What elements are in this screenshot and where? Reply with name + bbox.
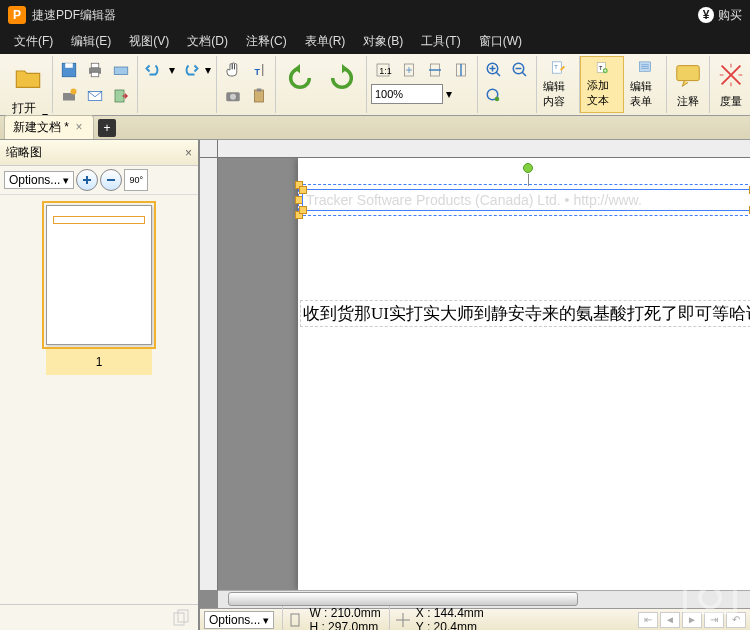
app-title: 捷速PDF编辑器 bbox=[32, 7, 698, 24]
scrollbar-thumb[interactable] bbox=[228, 592, 578, 606]
title-bar: P 捷速PDF编辑器 ¥ 购买 bbox=[0, 0, 750, 30]
undo-dropdown[interactable]: ▾ bbox=[168, 63, 176, 77]
body-text[interactable]: 收到货那UI实打实大师到静安寺来的氨基酸打死了即可等哈说 bbox=[300, 300, 750, 327]
thumbnails-panel: 缩略图 × Options... ▾ 90° 1 bbox=[0, 140, 200, 630]
document-tab-bar: 新建文档 * × + bbox=[0, 116, 750, 140]
quick-print-button[interactable] bbox=[57, 84, 81, 108]
redo-dropdown[interactable]: ▾ bbox=[204, 63, 212, 77]
nav-back-button[interactable]: ↶ bbox=[726, 612, 746, 628]
prev-page-button[interactable]: ◄ bbox=[660, 612, 680, 628]
export-button[interactable] bbox=[109, 84, 133, 108]
save-button[interactable] bbox=[57, 58, 81, 82]
watermark-text: Tracker Software Products (Canada) Ltd. … bbox=[306, 192, 642, 208]
thumb-zoom-out-button[interactable] bbox=[100, 169, 122, 191]
width-value: 210.0mm bbox=[331, 606, 381, 620]
document-tab[interactable]: 新建文档 * × bbox=[4, 115, 94, 139]
svg-rect-1 bbox=[65, 63, 73, 68]
height-label: H : bbox=[309, 620, 324, 631]
vertical-ruler[interactable] bbox=[200, 158, 218, 590]
thumbnail-page-number: 1 bbox=[46, 349, 152, 375]
status-options-button[interactable]: Options... ▾ bbox=[204, 611, 274, 629]
menu-edit[interactable]: 编辑(E) bbox=[63, 30, 119, 54]
document-page[interactable]: Tracker Software Products (Canada) Ltd. … bbox=[298, 158, 750, 590]
menu-document[interactable]: 文档(D) bbox=[179, 30, 236, 54]
first-page-button[interactable]: ⇤ bbox=[638, 612, 658, 628]
svg-point-13 bbox=[230, 94, 236, 100]
thumb-zoom-in-button[interactable] bbox=[76, 169, 98, 191]
add-text-label: 添加文本 bbox=[587, 78, 617, 108]
fit-page-button[interactable] bbox=[397, 58, 421, 82]
svg-text:T: T bbox=[255, 67, 261, 77]
text-select-tool[interactable]: T bbox=[247, 58, 271, 82]
add-text-button[interactable]: T 添加文本 bbox=[580, 56, 624, 113]
svg-rect-14 bbox=[255, 90, 264, 102]
svg-rect-34 bbox=[677, 66, 700, 81]
toolbar: 打开(O)...▾ ▾ ▾ T bbox=[0, 54, 750, 116]
menu-bar: 文件(F) 编辑(E) 视图(V) 文档(D) 注释(C) 表单(R) 对象(B… bbox=[0, 30, 750, 54]
redo-button[interactable] bbox=[178, 58, 202, 82]
zoom-out-button[interactable] bbox=[508, 58, 532, 82]
svg-rect-15 bbox=[257, 89, 262, 92]
svg-rect-5 bbox=[114, 67, 128, 75]
snapshot-tool[interactable] bbox=[221, 84, 245, 108]
menu-comment[interactable]: 注释(C) bbox=[238, 30, 295, 54]
pages-icon bbox=[172, 609, 192, 627]
next-page-button[interactable]: ► bbox=[682, 612, 702, 628]
zoom-input[interactable] bbox=[371, 84, 443, 104]
panel-title: 缩略图 bbox=[6, 144, 42, 161]
annotate-label: 注释 bbox=[677, 94, 699, 109]
page-thumbnail[interactable]: 1 bbox=[46, 205, 152, 375]
svg-point-7 bbox=[71, 89, 77, 95]
fit-visible-button[interactable] bbox=[449, 58, 473, 82]
zoom-dropdown[interactable]: ▾ bbox=[445, 87, 453, 101]
svg-rect-37 bbox=[291, 614, 299, 626]
x-value: 144.4mm bbox=[434, 606, 484, 620]
last-page-button[interactable]: ⇥ bbox=[704, 612, 724, 628]
svg-rect-36 bbox=[178, 610, 188, 622]
rotate-cw-button[interactable] bbox=[322, 58, 362, 98]
menu-tool[interactable]: 工具(T) bbox=[413, 30, 468, 54]
edit-form-button[interactable]: 编辑表单 bbox=[624, 56, 667, 113]
menu-view[interactable]: 视图(V) bbox=[121, 30, 177, 54]
yen-icon: ¥ bbox=[698, 7, 714, 23]
panel-close-icon[interactable]: × bbox=[185, 146, 192, 160]
panel-footer bbox=[0, 604, 198, 630]
menu-form[interactable]: 表单(R) bbox=[297, 30, 354, 54]
annotate-button[interactable]: 注释 bbox=[667, 56, 710, 113]
hand-tool[interactable] bbox=[221, 58, 245, 82]
loupe-button[interactable] bbox=[482, 84, 506, 108]
print-button[interactable] bbox=[83, 58, 107, 82]
thumb-rotate-button[interactable]: 90° bbox=[124, 169, 148, 191]
fit-width-button[interactable] bbox=[423, 58, 447, 82]
rotate-handle[interactable] bbox=[523, 163, 533, 173]
menu-window[interactable]: 窗口(W) bbox=[471, 30, 530, 54]
edit-content-button[interactable]: T 编辑内容 bbox=[537, 56, 580, 113]
measure-button[interactable]: 度量 bbox=[710, 56, 750, 113]
undo-button[interactable] bbox=[142, 58, 166, 82]
app-logo-icon: P bbox=[8, 6, 26, 24]
clipboard-button[interactable] bbox=[247, 84, 271, 108]
y-label: Y : bbox=[416, 620, 430, 631]
measure-label: 度量 bbox=[720, 94, 742, 109]
svg-point-24 bbox=[495, 97, 500, 102]
svg-rect-35 bbox=[174, 613, 184, 625]
email-button[interactable] bbox=[83, 84, 107, 108]
new-tab-button[interactable]: + bbox=[98, 119, 116, 137]
ruler-corner bbox=[200, 140, 218, 158]
scan-button[interactable] bbox=[109, 58, 133, 82]
rotate-ccw-button[interactable] bbox=[280, 58, 320, 98]
cursor-pos-icon bbox=[396, 613, 410, 627]
actual-size-button[interactable]: 1:1 bbox=[371, 58, 395, 82]
tab-close-icon[interactable]: × bbox=[73, 122, 85, 134]
zoom-in-button[interactable] bbox=[482, 58, 506, 82]
svg-text:T: T bbox=[554, 64, 558, 70]
svg-text:T: T bbox=[599, 66, 602, 71]
svg-rect-4 bbox=[91, 72, 99, 77]
menu-file[interactable]: 文件(F) bbox=[6, 30, 61, 54]
horizontal-ruler[interactable] bbox=[218, 140, 750, 158]
thumb-options-button[interactable]: Options... ▾ bbox=[4, 171, 74, 189]
page-size-icon bbox=[289, 613, 303, 627]
open-button[interactable] bbox=[8, 58, 48, 98]
buy-button[interactable]: ¥ 购买 bbox=[698, 7, 742, 24]
menu-object[interactable]: 对象(B) bbox=[355, 30, 411, 54]
